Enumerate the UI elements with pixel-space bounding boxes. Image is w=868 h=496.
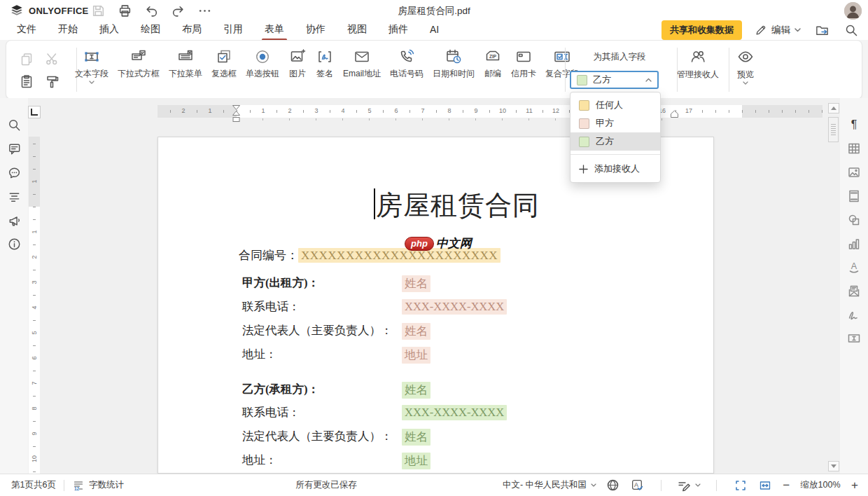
zip-code-button[interactable]: ZIP 邮编 [479, 44, 506, 85]
redo-button[interactable] [169, 2, 186, 19]
panel-text-field-settings[interactable] [846, 330, 862, 347]
tab-forms[interactable]: 表单 [263, 21, 286, 38]
tab-file[interactable]: 文件 [15, 21, 38, 38]
panel-textart-settings[interactable]: A [846, 259, 862, 275]
tab-collaboration[interactable]: 协作 [304, 21, 327, 38]
text-cursor [374, 188, 375, 219]
ruler-number: 2 [285, 107, 295, 115]
signature-icon [316, 47, 334, 67]
sidebar-feedback-button[interactable] [6, 212, 22, 228]
name-field-party-a[interactable]: 姓名 [402, 275, 430, 292]
tab-insert[interactable]: 插入 [98, 21, 120, 38]
panel-mail-merge[interactable] [846, 282, 862, 299]
tab-stop-selector[interactable] [28, 106, 41, 118]
fit-page-button[interactable] [732, 477, 749, 494]
share-collect-data-button[interactable]: 共享和收集数据 [662, 20, 742, 40]
zoom-in-button[interactable]: + [850, 479, 860, 491]
tab-ai[interactable]: AI [428, 22, 440, 37]
table-icon [847, 142, 861, 156]
preview-button[interactable]: 预览 [730, 47, 761, 85]
zoom-out-button[interactable]: − [781, 479, 791, 491]
undo-button[interactable] [143, 2, 160, 19]
image-button[interactable]: 图片 [284, 44, 311, 85]
status-separator [716, 480, 717, 491]
combo-box-button[interactable]: 下拉式方框 [113, 44, 164, 85]
tab-plugins[interactable]: 插件 [387, 21, 410, 38]
radio-button-button[interactable]: 单选按钮 [241, 44, 284, 85]
right-indent-marker[interactable] [670, 110, 679, 118]
panel-image-settings[interactable] [846, 164, 862, 181]
representative-field-party-b[interactable]: 姓名 [402, 429, 430, 446]
role-item-anyone[interactable]: 任何人 [570, 96, 660, 114]
sidebar-about-button[interactable] [6, 235, 22, 252]
panel-headers-footers[interactable] [846, 188, 862, 205]
word-count-button[interactable]: 12 字数统计 [72, 479, 124, 492]
svg-text:A: A [851, 261, 858, 271]
spell-check-button[interactable]: A [629, 477, 645, 494]
toolbar-button-label: 日期和时间 [433, 68, 475, 80]
panel-shape-settings[interactable] [846, 212, 862, 228]
document-language-button[interactable] [604, 477, 621, 494]
ruler-number: 10 [30, 454, 38, 464]
scroll-down-button[interactable] [828, 461, 839, 471]
fit-width-button[interactable] [757, 477, 774, 494]
email-address-button[interactable]: Email地址 [339, 44, 385, 85]
edit-mode-selector[interactable]: 编辑 [755, 24, 801, 36]
print-button[interactable] [116, 2, 133, 19]
text-field-button[interactable]: 文本字段 [71, 44, 113, 85]
dropdown-list-button[interactable]: 下拉菜单 [164, 44, 206, 85]
zoom-level[interactable]: 缩放100% [799, 479, 842, 491]
credit-card-button[interactable]: 信用卡 [507, 44, 540, 85]
scroll-up-button[interactable] [828, 103, 839, 113]
tab-layout[interactable]: 布局 [181, 21, 203, 38]
role-item-party-b[interactable]: 乙方 [570, 132, 660, 151]
toolbar-button-label: 信用卡 [511, 68, 536, 80]
user-avatar[interactable] [844, 2, 862, 20]
page-number-indicator[interactable]: 第1页共6页 [11, 479, 56, 491]
scrollbar-thumb[interactable] [828, 117, 839, 142]
tab-draw[interactable]: 绘图 [139, 21, 162, 38]
role-color-swatch [579, 137, 589, 147]
paste-button[interactable] [16, 71, 37, 92]
name-field-party-b[interactable]: 姓名 [402, 382, 430, 399]
open-file-location-button[interactable] [813, 22, 830, 39]
phone-number-button[interactable]: 电话号码 [386, 44, 428, 85]
recipient-role-select[interactable]: 乙方 [570, 71, 659, 89]
sidebar-navigation-button[interactable] [6, 188, 22, 205]
format-painter-button[interactable] [41, 71, 62, 92]
toolbar-button-label: 预览 [737, 69, 754, 81]
manage-recipients-icon [689, 47, 707, 67]
panel-paragraph-settings[interactable]: ¶ [846, 116, 862, 133]
panel-chart-settings[interactable] [846, 235, 862, 252]
ink-annotation-button[interactable] [677, 478, 701, 492]
tab-stop-left-icon [31, 109, 38, 116]
sidebar-comments-button[interactable] [6, 140, 22, 157]
add-recipient-item[interactable]: 添加接收人 [570, 158, 660, 179]
recipient-role-menu: 任何人 甲方 乙方 添加接收人 [570, 92, 661, 183]
panel-table-settings[interactable] [846, 140, 862, 157]
sidebar-chat-button[interactable] [6, 164, 22, 181]
ruler-number: 7 [418, 107, 428, 115]
phone-field-party-a[interactable]: XXX-XXXX-XXXX [402, 299, 507, 315]
sidebar-search-button[interactable] [6, 116, 22, 133]
search-button[interactable] [843, 22, 860, 39]
phone-field-party-b[interactable]: XXX-XXXX-XXXX [402, 405, 507, 420]
role-color-swatch [579, 100, 589, 111]
address-field-party-a[interactable]: 地址 [402, 347, 430, 364]
cut-button [41, 48, 62, 69]
tab-references[interactable]: 引用 [222, 21, 244, 38]
address-field-party-b[interactable]: 地址 [402, 453, 430, 469]
checkbox-button[interactable]: 复选框 [207, 44, 241, 85]
role-item-party-a[interactable]: 甲方 [570, 114, 660, 132]
date-time-button[interactable]: 日期和时间 [428, 44, 479, 85]
ruler-number: 3 [312, 107, 321, 115]
first-line-indent-marker[interactable] [232, 104, 241, 123]
panel-signature-settings[interactable] [846, 306, 862, 323]
tab-home[interactable]: 开始 [57, 21, 79, 38]
tab-view[interactable]: 视图 [346, 21, 368, 38]
representative-field-party-a[interactable]: 姓名 [402, 323, 430, 340]
manage-recipients-button[interactable]: 管理接收人 [671, 47, 724, 81]
language-selector[interactable]: 中文- 中华人民共和国 [503, 479, 596, 491]
more-actions-button[interactable] [196, 2, 213, 19]
signature-field-button[interactable]: 签名 [312, 44, 338, 85]
